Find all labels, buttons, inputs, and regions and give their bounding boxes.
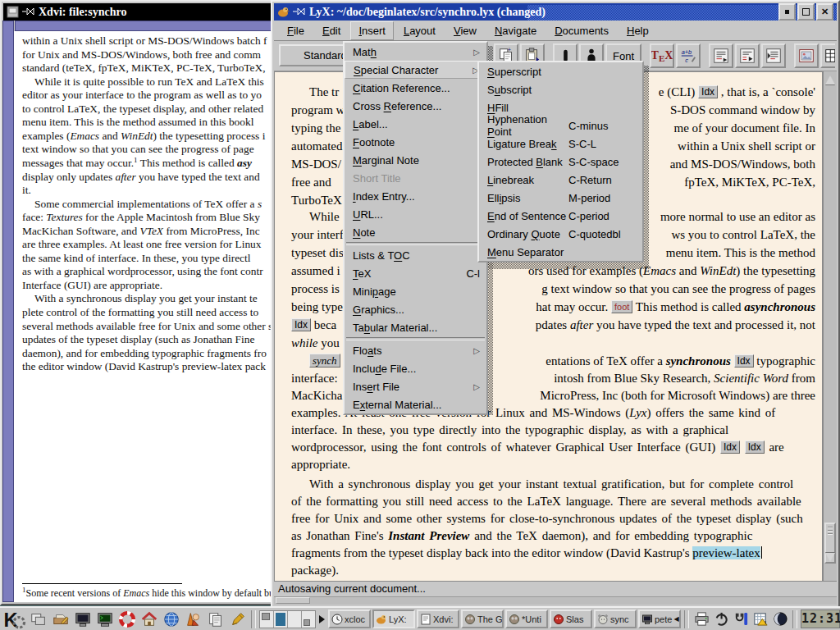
menu-item-superscript[interactable]: Superscript [479, 62, 642, 80]
close-button[interactable]: ✕ [816, 3, 833, 21]
kandalf-launcher-icon[interactable] [183, 609, 203, 629]
menu-item-marginal-note[interactable]: Marginal Note [345, 151, 486, 169]
taskbar-task-unti[interactable]: *Unti [505, 609, 548, 628]
menubar-edit[interactable]: Edit [314, 21, 349, 40]
menu-item-ellipsis[interactable]: EllipsisM-period [479, 189, 642, 207]
menu-item-include-file[interactable]: Include File... [345, 359, 486, 377]
taskbar-task-slas[interactable]: Slas [550, 609, 592, 628]
menu-item-insert-file[interactable]: Insert File▷ [345, 377, 486, 395]
lyx-horizontal-scrollbar[interactable] [274, 596, 837, 605]
menu-item-footnote[interactable]: Footnote [345, 133, 486, 151]
pin-icon[interactable] [293, 7, 306, 18]
list-depth-toolbar-button[interactable] [761, 43, 786, 68]
editor-launcher-icon[interactable] [227, 609, 248, 629]
maximize-button[interactable] [797, 3, 815, 21]
menu-item-math[interactable]: Math▷ [345, 43, 486, 61]
menu-item-ordinary-quote[interactable]: Ordinary QuoteC-quotedbl [479, 225, 642, 243]
xdvi-page: within a Unix shell script or MS-DOS/Win… [14, 31, 274, 602]
konsole-launcher-icon[interactable] [94, 609, 115, 629]
menu-item-url[interactable]: URL... [345, 205, 486, 223]
menu-item-protected-blank[interactable]: Protected BlankS-C-space [479, 153, 642, 171]
menu-item-end-of-sentence[interactable]: End of SentenceC-period [479, 207, 642, 225]
taskbar-task-lyx[interactable]: LyX: [372, 609, 415, 628]
idx-inset[interactable]: Idx [745, 441, 765, 454]
klipper-tray-icon[interactable] [732, 610, 750, 628]
menu-item-short-title: Short Title [345, 169, 486, 187]
pager-desktop-2[interactable] [274, 611, 288, 628]
files-launcher-icon[interactable] [205, 609, 226, 629]
menu-item-menu-separator[interactable]: Menu Separator [479, 243, 642, 261]
synch-inset[interactable]: synch [309, 354, 340, 368]
xdvi-text-line: With a synchronous display you get your … [22, 291, 274, 305]
menubar-file[interactable]: File [279, 21, 313, 40]
minimize-button[interactable] [778, 3, 796, 21]
menu-item-minipage[interactable]: Minipage [345, 282, 486, 300]
menu-item-special-character[interactable]: Special Character▷ [345, 61, 486, 79]
pager-desktop-1[interactable] [260, 611, 274, 628]
xdvi-horizontal-scrollbar[interactable] [15, 21, 274, 31]
desktop-pager[interactable] [259, 610, 316, 628]
menu-item-label[interactable]: Label... [345, 115, 486, 133]
menubar-navigate[interactable]: Navigate [486, 21, 545, 40]
taskbar-task-pete[interactable]: pete◀ [638, 609, 681, 628]
menu-item-floats[interactable]: Floats▷ [345, 341, 486, 359]
pager-desktop-3[interactable] [288, 611, 302, 628]
task-label: Xdvi: [433, 614, 453, 624]
menu-item-hyphenation-point[interactable]: Hyphenation PointC-minus [479, 116, 642, 135]
idx-inset[interactable]: Idx [698, 85, 718, 98]
taskbar-task-sync[interactable]: sync [594, 609, 637, 628]
show-desktop-launcher-icon[interactable] [50, 609, 71, 629]
table-toolbar-button[interactable] [820, 43, 835, 68]
menu-item-tex[interactable]: TeXC-l [345, 264, 486, 282]
idx-inset[interactable]: Idx [720, 441, 740, 454]
power-tray-icon[interactable] [712, 610, 730, 628]
menu-item-graphics[interactable]: Graphics... [345, 300, 486, 318]
help-launcher-icon[interactable] [116, 609, 137, 629]
lyx-vertical-scrollbar[interactable] [823, 71, 837, 582]
menubar-help[interactable]: Help [619, 21, 657, 40]
taskbar-task-xdvi[interactable]: Xdvi: [417, 609, 459, 628]
menu-item-tabular-material[interactable]: Tabular Material... [345, 318, 486, 336]
idx-inset[interactable]: Idx [291, 318, 311, 331]
idx-inset[interactable]: Idx [734, 354, 754, 368]
browser-launcher-icon[interactable] [161, 609, 181, 629]
menubar-view[interactable]: View [445, 21, 485, 40]
taskbar-task-theg[interactable]: The G [461, 609, 504, 628]
figure-toolbar-button[interactable] [794, 43, 819, 68]
scroll-down-arrow-icon[interactable] [825, 553, 835, 562]
scroll-up-arrow-icon[interactable] [825, 75, 835, 84]
menu-item-subscript[interactable]: Subscript [479, 80, 642, 98]
menu-item-linebreak[interactable]: LinebreakC-Return [479, 171, 642, 189]
printer-tray-icon[interactable] [692, 610, 710, 628]
menu-item-lists-toc[interactable]: Lists & TOC [345, 246, 486, 264]
lyx-titlebar[interactable]: LyX: ~/doc/beginlatex/src/synchro.lyx (c… [274, 3, 837, 21]
xdvi-vertical-scrollbar[interactable] [2, 21, 14, 602]
pager-expand-arrow-icon[interactable] [319, 615, 325, 623]
hscroll-thumb[interactable] [276, 597, 310, 604]
menu-separator [346, 337, 485, 340]
math-toolbar-button[interactable]: a+bc [676, 43, 701, 68]
windowlist-launcher-icon[interactable] [28, 609, 48, 629]
digital-clock: 12:31 [801, 609, 840, 628]
menu-item-external-material[interactable]: External Material... [345, 395, 486, 413]
moon-tray-icon[interactable] [771, 610, 789, 628]
xdvi-titlebar[interactable]: Xdvi: file:synchro [3, 3, 273, 21]
home-launcher-icon[interactable] [139, 609, 159, 629]
menu-item-index-entry[interactable]: Index Entry... [345, 187, 486, 205]
menu-item-citation-reference[interactable]: Citation Reference... [345, 79, 486, 97]
menubar-documents[interactable]: Documents [546, 21, 617, 40]
pin-icon[interactable] [22, 7, 35, 18]
pager-desktop-4[interactable] [302, 611, 315, 628]
tex-toolbar-button[interactable]: TEX [650, 43, 674, 68]
list-fig-toolbar-button[interactable] [735, 43, 760, 68]
organizer-tray-icon[interactable]: ! [751, 610, 769, 628]
taskbar-task-xcloc[interactable]: xcloc [328, 609, 371, 628]
menubar-insert[interactable]: Insert [350, 21, 394, 40]
terminal-launcher-icon[interactable] [72, 609, 93, 629]
foot-inset[interactable]: foot [611, 300, 632, 313]
menu-item-cross-reference[interactable]: Cross Reference... [345, 97, 486, 115]
list-margin-toolbar-button[interactable] [709, 43, 733, 68]
k-menu-button[interactable]: K [2, 609, 26, 629]
menubar-layout[interactable]: Layout [395, 21, 444, 40]
menu-item-note[interactable]: Note [345, 223, 486, 241]
